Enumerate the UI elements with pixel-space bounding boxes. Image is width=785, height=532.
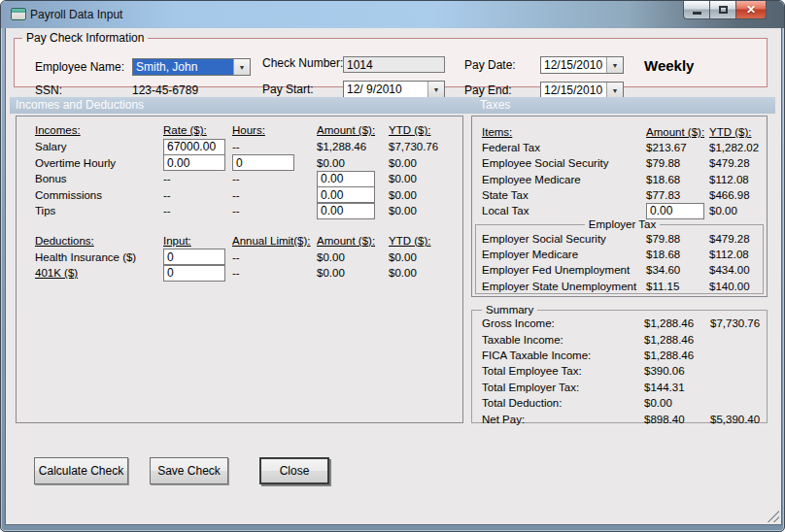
income-hours: --: [232, 205, 317, 216]
health-insurance-input[interactable]: [163, 249, 225, 265]
tax-ytd: $140.00: [709, 281, 763, 292]
incomes-col-item: Incomes:: [35, 124, 163, 136]
calculate-check-button[interactable]: Calculate Check: [34, 457, 128, 484]
chevron-down-icon[interactable]: ▼: [606, 83, 623, 98]
deductions-col-limit: Annual Limit($):: [232, 235, 317, 247]
deduction-ytd: $0.00: [389, 251, 462, 263]
minimize-button[interactable]: [683, 1, 710, 19]
summary-group: Summary Gross Income: $1,288.46 $7,730.7…: [471, 304, 768, 423]
summary-label: Total Employer Tax:: [482, 382, 644, 393]
close-window-button[interactable]: ✕: [736, 1, 767, 19]
commissions-amount-input[interactable]: [317, 186, 375, 203]
tax-label: Local Tax: [482, 205, 646, 216]
incomes-col-hours: Hours:: [232, 124, 317, 136]
paycheck-info-legend: Pay Check Information: [22, 31, 148, 45]
income-rate: --: [163, 205, 232, 216]
tax-ytd: $479.28: [709, 233, 763, 245]
tax-ytd: $1,282.02: [709, 142, 767, 153]
summary-legend: Summary: [482, 304, 537, 316]
titlebar[interactable]: Payroll Data Input ✕: [1, 1, 784, 28]
tax-amount: $79.88: [646, 157, 709, 169]
employer-tax-row-ss: Employer Social Security $79.88 $479.28: [482, 231, 763, 247]
pay-date-datepicker[interactable]: 12/15/2010 ▼: [540, 56, 624, 74]
tax-label: Employee Social Security: [482, 157, 646, 169]
tax-ytd: $112.08: [709, 249, 763, 260]
tax-row-federal: Federal Tax $213.67 $1,282.02: [482, 140, 767, 155]
pay-start-value: 12/ 9/2010: [344, 82, 427, 97]
pay-frequency-label: Weekly: [644, 57, 694, 74]
salary-rate-input[interactable]: [163, 139, 225, 155]
taxes-col-item: Items:: [482, 126, 646, 138]
income-row-tips: Tips -- -- $0.00: [35, 203, 462, 219]
check-number-label: Check Number:: [262, 56, 343, 70]
income-label: Bonus: [35, 173, 163, 184]
pay-start-label: Pay Start:: [262, 83, 314, 96]
tax-row-state: State Tax $77.83 $466.98: [482, 187, 767, 203]
income-label: Tips: [35, 205, 163, 216]
deductions-col-input: Input:: [163, 235, 232, 247]
resize-grip[interactable]: [766, 509, 779, 522]
pay-date-value: 12/15/2010: [541, 57, 606, 73]
summary-label: Net Pay:: [482, 414, 644, 425]
incomes-col-ytd: YTD ($):: [389, 124, 462, 136]
summary-label: Total Employee Tax:: [482, 365, 644, 377]
tax-label: Employer Medicare: [482, 249, 646, 260]
401k-input[interactable]: [163, 265, 225, 282]
check-number-input[interactable]: [343, 56, 445, 73]
deduction-amount: $0.00: [317, 267, 389, 279]
summary-ytd: $5,390.40: [710, 414, 767, 425]
pay-start-datepicker[interactable]: 12/ 9/2010 ▼: [343, 81, 445, 98]
close-icon: ✕: [746, 3, 756, 17]
incomes-deductions-panel: Incomes: Rate ($): Hours: Amount ($): YT…: [16, 116, 463, 423]
taxes-col-ytd: YTD ($):: [709, 126, 767, 138]
minimize-icon: [693, 12, 701, 15]
deductions-header-row: Deductions: Input: Annual Limit($): Amou…: [35, 233, 462, 249]
tax-ytd: $466.98: [709, 189, 767, 201]
tax-row-employee-medicare: Employee Medicare $18.68 $112.08: [482, 172, 767, 187]
ssn-label: SSN:: [35, 83, 62, 97]
income-amount: $0.00: [317, 157, 389, 169]
bonus-amount-input[interactable]: [317, 171, 375, 187]
employer-tax-row-fed-unemployment: Employer Fed Unemployment $34.60 $434.00: [482, 262, 763, 278]
employee-name-label: Employee Name:: [35, 60, 124, 74]
income-ytd: $0.00: [389, 173, 462, 184]
maximize-button[interactable]: [710, 1, 736, 19]
income-label: Overtime Hourly: [35, 157, 163, 169]
income-row-bonus: Bonus -- -- $0.00: [35, 171, 462, 187]
form-icon: [11, 8, 26, 20]
summary-amount: $144.31: [644, 382, 710, 393]
tax-ytd: $0.00: [709, 205, 767, 216]
tax-label: Employer State Unemployment: [482, 281, 646, 292]
chevron-down-icon[interactable]: ▼: [606, 57, 623, 73]
pay-end-value: 12/15/2010: [541, 83, 606, 98]
tax-ytd: $479.28: [709, 157, 767, 169]
close-button[interactable]: Close: [259, 457, 329, 484]
tax-row-local: Local Tax $0.00: [482, 203, 767, 218]
deduction-limit: --: [232, 267, 317, 279]
save-check-button[interactable]: Save Check: [150, 457, 228, 484]
employee-name-value: Smith, John: [133, 59, 233, 75]
tax-amount: $34.60: [646, 264, 709, 276]
tax-ytd: $434.00: [709, 264, 763, 276]
maximize-icon: [719, 6, 728, 14]
paycheck-info-group: Pay Check Information Employee Name: Smi…: [14, 31, 768, 87]
income-rate: --: [163, 189, 232, 201]
summary-row-gross: Gross Income: $1,288.46 $7,730.76: [482, 316, 767, 331]
taxes-header: Taxes: [480, 98, 510, 112]
deduction-401k-link[interactable]: 401K ($): [35, 267, 163, 279]
income-row-commissions: Commissions -- -- $0.00: [35, 186, 462, 203]
chevron-down-icon[interactable]: ▼: [427, 82, 444, 97]
chevron-down-icon[interactable]: ▼: [233, 59, 250, 75]
tips-amount-input[interactable]: [317, 203, 375, 219]
summary-row-taxable: Taxable Income: $1,288.46: [482, 331, 767, 347]
summary-row-employer-tax: Total Employer Tax: $144.31: [482, 380, 767, 395]
deductions-col-ytd: YTD ($):: [389, 235, 462, 247]
employee-name-select[interactable]: Smith, John ▼: [132, 58, 251, 76]
window-title: Payroll Data Input: [30, 8, 122, 21]
overtime-hours-input[interactable]: [232, 154, 294, 171]
payroll-window: Payroll Data Input ✕ Pay Check Informati…: [0, 0, 785, 532]
overtime-rate-input[interactable]: [163, 154, 225, 171]
tax-label: State Tax: [482, 189, 646, 201]
client-area: Pay Check Information Employee Name: Smi…: [5, 28, 782, 525]
local-tax-input[interactable]: [646, 203, 704, 219]
